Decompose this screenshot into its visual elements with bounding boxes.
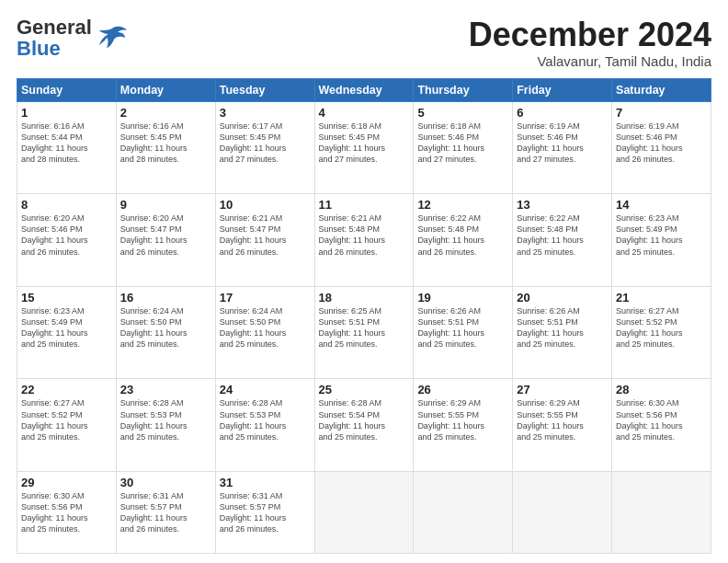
day-info: Sunrise: 6:20 AM Sunset: 5:47 PM Dayligh… xyxy=(120,213,211,258)
day-info: Sunrise: 6:23 AM Sunset: 5:49 PM Dayligh… xyxy=(21,305,112,350)
calendar-cell xyxy=(314,471,414,553)
day-number: 16 xyxy=(120,291,211,304)
calendar-cell: 18Sunrise: 6:25 AM Sunset: 5:51 PM Dayli… xyxy=(314,286,414,379)
day-info: Sunrise: 6:29 AM Sunset: 5:55 PM Dayligh… xyxy=(517,397,608,442)
logo-bird-icon xyxy=(97,25,127,52)
day-number: 9 xyxy=(120,198,211,212)
day-info: Sunrise: 6:19 AM Sunset: 5:46 PM Dayligh… xyxy=(616,121,707,166)
title-area: December 2024 Valavanur, Tamil Nadu, Ind… xyxy=(469,17,711,69)
calendar-cell: 23Sunrise: 6:28 AM Sunset: 5:53 PM Dayli… xyxy=(116,379,215,472)
day-number: 3 xyxy=(220,106,311,120)
calendar-cell: 21Sunrise: 6:27 AM Sunset: 5:52 PM Dayli… xyxy=(612,286,711,379)
calendar-cell: 10Sunrise: 6:21 AM Sunset: 5:47 PM Dayli… xyxy=(215,194,314,287)
calendar-cell xyxy=(414,471,513,553)
col-saturday: Saturday xyxy=(612,78,711,101)
page: General Blue December 2024 Valavanur, Ta… xyxy=(0,0,728,563)
col-wednesday: Wednesday xyxy=(314,78,414,101)
calendar-cell: 7Sunrise: 6:19 AM Sunset: 5:46 PM Daylig… xyxy=(612,101,711,194)
day-number: 15 xyxy=(21,291,112,304)
day-number: 27 xyxy=(517,383,608,396)
calendar-cell: 3Sunrise: 6:17 AM Sunset: 5:45 PM Daylig… xyxy=(215,101,314,194)
day-info: Sunrise: 6:27 AM Sunset: 5:52 PM Dayligh… xyxy=(21,397,112,442)
calendar-cell xyxy=(612,471,711,553)
day-number: 8 xyxy=(21,198,112,212)
day-number: 18 xyxy=(319,291,410,304)
calendar-cell: 13Sunrise: 6:22 AM Sunset: 5:48 PM Dayli… xyxy=(513,194,612,287)
calendar-cell: 19Sunrise: 6:26 AM Sunset: 5:51 PM Dayli… xyxy=(414,286,513,379)
day-info: Sunrise: 6:18 AM Sunset: 5:45 PM Dayligh… xyxy=(319,121,410,166)
month-title: December 2024 xyxy=(469,17,711,53)
day-number: 1 xyxy=(21,106,112,120)
day-info: Sunrise: 6:26 AM Sunset: 5:51 PM Dayligh… xyxy=(417,305,508,350)
calendar-cell: 25Sunrise: 6:28 AM Sunset: 5:54 PM Dayli… xyxy=(314,379,414,472)
calendar-cell: 31Sunrise: 6:31 AM Sunset: 5:57 PM Dayli… xyxy=(215,471,314,553)
day-info: Sunrise: 6:31 AM Sunset: 5:57 PM Dayligh… xyxy=(120,490,211,535)
day-info: Sunrise: 6:21 AM Sunset: 5:48 PM Dayligh… xyxy=(319,213,410,258)
calendar-cell: 27Sunrise: 6:29 AM Sunset: 5:55 PM Dayli… xyxy=(513,379,612,472)
col-friday: Friday xyxy=(513,78,612,101)
day-number: 19 xyxy=(417,291,508,304)
calendar-cell: 22Sunrise: 6:27 AM Sunset: 5:52 PM Dayli… xyxy=(17,379,117,472)
col-sunday: Sunday xyxy=(17,78,117,101)
calendar-cell: 6Sunrise: 6:19 AM Sunset: 5:46 PM Daylig… xyxy=(513,101,612,194)
day-info: Sunrise: 6:26 AM Sunset: 5:51 PM Dayligh… xyxy=(517,305,608,350)
day-info: Sunrise: 6:28 AM Sunset: 5:53 PM Dayligh… xyxy=(120,397,211,442)
day-number: 14 xyxy=(616,198,707,212)
day-info: Sunrise: 6:17 AM Sunset: 5:45 PM Dayligh… xyxy=(220,121,311,166)
day-number: 28 xyxy=(616,383,707,396)
calendar-cell: 4Sunrise: 6:18 AM Sunset: 5:45 PM Daylig… xyxy=(314,101,414,194)
logo-blue: Blue xyxy=(17,38,92,59)
calendar-cell: 16Sunrise: 6:24 AM Sunset: 5:50 PM Dayli… xyxy=(116,286,215,379)
day-info: Sunrise: 6:29 AM Sunset: 5:55 PM Dayligh… xyxy=(417,397,508,442)
calendar-cell: 5Sunrise: 6:18 AM Sunset: 5:46 PM Daylig… xyxy=(414,101,513,194)
calendar-cell: 12Sunrise: 6:22 AM Sunset: 5:48 PM Dayli… xyxy=(414,194,513,287)
day-number: 5 xyxy=(417,106,508,120)
calendar-cell: 28Sunrise: 6:30 AM Sunset: 5:56 PM Dayli… xyxy=(612,379,711,472)
col-monday: Monday xyxy=(116,78,215,101)
logo: General Blue xyxy=(17,17,127,59)
day-number: 17 xyxy=(220,291,311,304)
day-number: 7 xyxy=(616,106,707,120)
day-info: Sunrise: 6:24 AM Sunset: 5:50 PM Dayligh… xyxy=(120,305,211,350)
day-info: Sunrise: 6:23 AM Sunset: 5:49 PM Dayligh… xyxy=(616,213,707,258)
day-number: 26 xyxy=(417,383,508,396)
day-info: Sunrise: 6:31 AM Sunset: 5:57 PM Dayligh… xyxy=(220,490,311,535)
day-info: Sunrise: 6:27 AM Sunset: 5:52 PM Dayligh… xyxy=(616,305,707,350)
calendar-header-row: Sunday Monday Tuesday Wednesday Thursday… xyxy=(17,78,711,101)
day-info: Sunrise: 6:28 AM Sunset: 5:53 PM Dayligh… xyxy=(220,397,311,442)
day-number: 6 xyxy=(517,106,608,120)
calendar-cell: 2Sunrise: 6:16 AM Sunset: 5:45 PM Daylig… xyxy=(116,101,215,194)
calendar-cell: 24Sunrise: 6:28 AM Sunset: 5:53 PM Dayli… xyxy=(215,379,314,472)
day-info: Sunrise: 6:18 AM Sunset: 5:46 PM Dayligh… xyxy=(417,121,508,166)
day-number: 22 xyxy=(21,383,112,396)
calendar-cell: 15Sunrise: 6:23 AM Sunset: 5:49 PM Dayli… xyxy=(17,286,117,379)
day-number: 24 xyxy=(220,383,311,396)
calendar-cell: 30Sunrise: 6:31 AM Sunset: 5:57 PM Dayli… xyxy=(116,471,215,553)
calendar-table: Sunday Monday Tuesday Wednesday Thursday… xyxy=(17,78,711,554)
day-info: Sunrise: 6:25 AM Sunset: 5:51 PM Dayligh… xyxy=(319,305,410,350)
day-number: 20 xyxy=(517,291,608,304)
day-info: Sunrise: 6:20 AM Sunset: 5:46 PM Dayligh… xyxy=(21,213,112,258)
day-info: Sunrise: 6:16 AM Sunset: 5:45 PM Dayligh… xyxy=(120,121,211,166)
location-subtitle: Valavanur, Tamil Nadu, India xyxy=(469,53,711,69)
day-number: 31 xyxy=(220,476,311,489)
calendar-cell: 1Sunrise: 6:16 AM Sunset: 5:44 PM Daylig… xyxy=(17,101,117,194)
day-info: Sunrise: 6:21 AM Sunset: 5:47 PM Dayligh… xyxy=(220,213,311,258)
calendar-cell: 14Sunrise: 6:23 AM Sunset: 5:49 PM Dayli… xyxy=(612,194,711,287)
calendar-cell: 9Sunrise: 6:20 AM Sunset: 5:47 PM Daylig… xyxy=(116,194,215,287)
col-tuesday: Tuesday xyxy=(215,78,314,101)
day-number: 4 xyxy=(319,106,410,120)
day-info: Sunrise: 6:30 AM Sunset: 5:56 PM Dayligh… xyxy=(21,490,112,535)
day-info: Sunrise: 6:24 AM Sunset: 5:50 PM Dayligh… xyxy=(220,305,311,350)
day-number: 11 xyxy=(319,198,410,212)
day-number: 30 xyxy=(120,476,211,489)
calendar-cell: 26Sunrise: 6:29 AM Sunset: 5:55 PM Dayli… xyxy=(414,379,513,472)
day-number: 2 xyxy=(120,106,211,120)
calendar-cell: 17Sunrise: 6:24 AM Sunset: 5:50 PM Dayli… xyxy=(215,286,314,379)
day-number: 13 xyxy=(517,198,608,212)
col-thursday: Thursday xyxy=(414,78,513,101)
day-number: 25 xyxy=(319,383,410,396)
day-info: Sunrise: 6:22 AM Sunset: 5:48 PM Dayligh… xyxy=(417,213,508,258)
calendar-cell: 8Sunrise: 6:20 AM Sunset: 5:46 PM Daylig… xyxy=(17,194,117,287)
day-info: Sunrise: 6:22 AM Sunset: 5:48 PM Dayligh… xyxy=(517,213,608,258)
